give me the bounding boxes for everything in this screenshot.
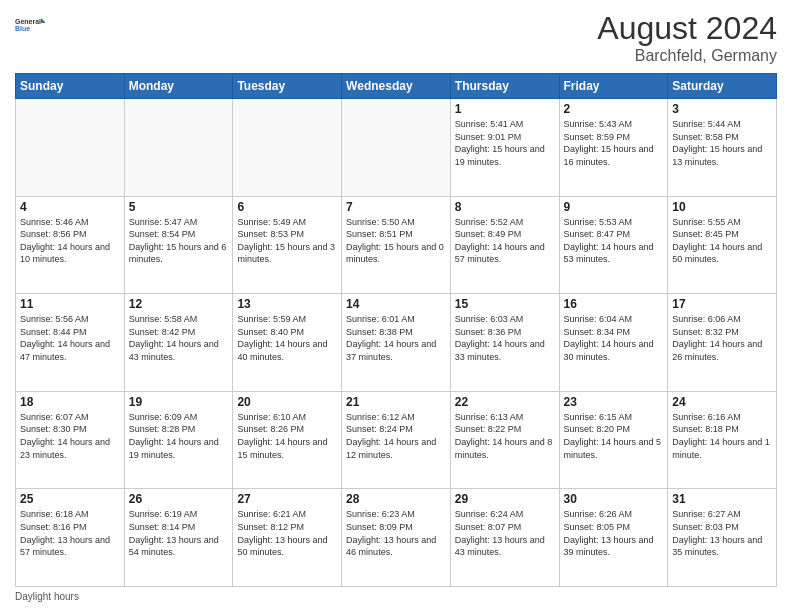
day-info: Sunrise: 6:03 AMSunset: 8:36 PMDaylight:… (455, 314, 545, 362)
calendar-cell-10: 10 Sunrise: 5:55 AMSunset: 8:45 PMDaylig… (668, 196, 777, 294)
calendar-cell-25: 25 Sunrise: 6:18 AMSunset: 8:16 PMDaylig… (16, 489, 125, 587)
calendar-cell-4: 4 Sunrise: 5:46 AMSunset: 8:56 PMDayligh… (16, 196, 125, 294)
day-info: Sunrise: 6:26 AMSunset: 8:05 PMDaylight:… (564, 509, 654, 557)
calendar-cell-8: 8 Sunrise: 5:52 AMSunset: 8:49 PMDayligh… (450, 196, 559, 294)
col-header-friday: Friday (559, 74, 668, 99)
day-number: 9 (564, 200, 664, 214)
day-info: Sunrise: 5:46 AMSunset: 8:56 PMDaylight:… (20, 217, 110, 265)
day-number: 12 (129, 297, 229, 311)
calendar-header-row: SundayMondayTuesdayWednesdayThursdayFrid… (16, 74, 777, 99)
day-number: 26 (129, 492, 229, 506)
week-row-4: 25 Sunrise: 6:18 AMSunset: 8:16 PMDaylig… (16, 489, 777, 587)
calendar-cell-9: 9 Sunrise: 5:53 AMSunset: 8:47 PMDayligh… (559, 196, 668, 294)
day-info: Sunrise: 5:59 AMSunset: 8:40 PMDaylight:… (237, 314, 327, 362)
day-info: Sunrise: 6:01 AMSunset: 8:38 PMDaylight:… (346, 314, 436, 362)
day-number: 8 (455, 200, 555, 214)
col-header-wednesday: Wednesday (342, 74, 451, 99)
day-number: 16 (564, 297, 664, 311)
svg-text:Blue: Blue (15, 25, 30, 32)
week-row-0: 1 Sunrise: 5:41 AMSunset: 9:01 PMDayligh… (16, 99, 777, 197)
day-info: Sunrise: 5:58 AMSunset: 8:42 PMDaylight:… (129, 314, 219, 362)
calendar-cell-29: 29 Sunrise: 6:24 AMSunset: 8:07 PMDaylig… (450, 489, 559, 587)
day-number: 25 (20, 492, 120, 506)
day-number: 14 (346, 297, 446, 311)
day-number: 10 (672, 200, 772, 214)
day-number: 20 (237, 395, 337, 409)
day-number: 1 (455, 102, 555, 116)
calendar-table: SundayMondayTuesdayWednesdayThursdayFrid… (15, 73, 777, 587)
logo: General Blue (15, 10, 45, 38)
day-info: Sunrise: 5:41 AMSunset: 9:01 PMDaylight:… (455, 119, 545, 167)
calendar-cell-empty (342, 99, 451, 197)
calendar-cell-2: 2 Sunrise: 5:43 AMSunset: 8:59 PMDayligh… (559, 99, 668, 197)
calendar-cell-12: 12 Sunrise: 5:58 AMSunset: 8:42 PMDaylig… (124, 294, 233, 392)
day-number: 18 (20, 395, 120, 409)
day-number: 11 (20, 297, 120, 311)
calendar-cell-30: 30 Sunrise: 6:26 AMSunset: 8:05 PMDaylig… (559, 489, 668, 587)
col-header-thursday: Thursday (450, 74, 559, 99)
calendar-cell-21: 21 Sunrise: 6:12 AMSunset: 8:24 PMDaylig… (342, 391, 451, 489)
day-info: Sunrise: 5:47 AMSunset: 8:54 PMDaylight:… (129, 217, 227, 265)
day-number: 21 (346, 395, 446, 409)
day-info: Sunrise: 5:50 AMSunset: 8:51 PMDaylight:… (346, 217, 444, 265)
day-number: 5 (129, 200, 229, 214)
day-info: Sunrise: 6:27 AMSunset: 8:03 PMDaylight:… (672, 509, 762, 557)
day-info: Sunrise: 6:13 AMSunset: 8:22 PMDaylight:… (455, 412, 553, 460)
day-info: Sunrise: 6:10 AMSunset: 8:26 PMDaylight:… (237, 412, 327, 460)
calendar-cell-15: 15 Sunrise: 6:03 AMSunset: 8:36 PMDaylig… (450, 294, 559, 392)
day-number: 31 (672, 492, 772, 506)
day-number: 27 (237, 492, 337, 506)
day-info: Sunrise: 5:44 AMSunset: 8:58 PMDaylight:… (672, 119, 762, 167)
month-year: August 2024 (597, 10, 777, 47)
calendar-cell-19: 19 Sunrise: 6:09 AMSunset: 8:28 PMDaylig… (124, 391, 233, 489)
calendar-cell-26: 26 Sunrise: 6:19 AMSunset: 8:14 PMDaylig… (124, 489, 233, 587)
day-info: Sunrise: 6:12 AMSunset: 8:24 PMDaylight:… (346, 412, 436, 460)
calendar-cell-5: 5 Sunrise: 5:47 AMSunset: 8:54 PMDayligh… (124, 196, 233, 294)
calendar-cell-23: 23 Sunrise: 6:15 AMSunset: 8:20 PMDaylig… (559, 391, 668, 489)
calendar-cell-22: 22 Sunrise: 6:13 AMSunset: 8:22 PMDaylig… (450, 391, 559, 489)
calendar-cell-24: 24 Sunrise: 6:16 AMSunset: 8:18 PMDaylig… (668, 391, 777, 489)
col-header-saturday: Saturday (668, 74, 777, 99)
calendar-cell-20: 20 Sunrise: 6:10 AMSunset: 8:26 PMDaylig… (233, 391, 342, 489)
calendar-cell-27: 27 Sunrise: 6:21 AMSunset: 8:12 PMDaylig… (233, 489, 342, 587)
day-info: Sunrise: 5:55 AMSunset: 8:45 PMDaylight:… (672, 217, 762, 265)
calendar-cell-empty (124, 99, 233, 197)
calendar-cell-17: 17 Sunrise: 6:06 AMSunset: 8:32 PMDaylig… (668, 294, 777, 392)
calendar-cell-empty (16, 99, 125, 197)
day-info: Sunrise: 6:19 AMSunset: 8:14 PMDaylight:… (129, 509, 219, 557)
calendar-cell-11: 11 Sunrise: 5:56 AMSunset: 8:44 PMDaylig… (16, 294, 125, 392)
calendar-cell-1: 1 Sunrise: 5:41 AMSunset: 9:01 PMDayligh… (450, 99, 559, 197)
day-info: Sunrise: 5:49 AMSunset: 8:53 PMDaylight:… (237, 217, 335, 265)
calendar-cell-7: 7 Sunrise: 5:50 AMSunset: 8:51 PMDayligh… (342, 196, 451, 294)
day-number: 2 (564, 102, 664, 116)
day-info: Sunrise: 5:53 AMSunset: 8:47 PMDaylight:… (564, 217, 654, 265)
day-number: 3 (672, 102, 772, 116)
day-number: 24 (672, 395, 772, 409)
day-info: Sunrise: 5:56 AMSunset: 8:44 PMDaylight:… (20, 314, 110, 362)
calendar-cell-13: 13 Sunrise: 5:59 AMSunset: 8:40 PMDaylig… (233, 294, 342, 392)
col-header-sunday: Sunday (16, 74, 125, 99)
day-number: 17 (672, 297, 772, 311)
day-number: 28 (346, 492, 446, 506)
title-block: August 2024 Barchfeld, Germany (597, 10, 777, 65)
calendar-cell-empty (233, 99, 342, 197)
day-number: 7 (346, 200, 446, 214)
day-info: Sunrise: 6:07 AMSunset: 8:30 PMDaylight:… (20, 412, 110, 460)
week-row-3: 18 Sunrise: 6:07 AMSunset: 8:30 PMDaylig… (16, 391, 777, 489)
location: Barchfeld, Germany (597, 47, 777, 65)
col-header-monday: Monday (124, 74, 233, 99)
logo-svg: General Blue (15, 10, 45, 38)
calendar-cell-31: 31 Sunrise: 6:27 AMSunset: 8:03 PMDaylig… (668, 489, 777, 587)
day-info: Sunrise: 6:06 AMSunset: 8:32 PMDaylight:… (672, 314, 762, 362)
day-number: 22 (455, 395, 555, 409)
calendar-cell-3: 3 Sunrise: 5:44 AMSunset: 8:58 PMDayligh… (668, 99, 777, 197)
day-info: Sunrise: 6:18 AMSunset: 8:16 PMDaylight:… (20, 509, 110, 557)
day-info: Sunrise: 6:24 AMSunset: 8:07 PMDaylight:… (455, 509, 545, 557)
day-number: 23 (564, 395, 664, 409)
day-number: 30 (564, 492, 664, 506)
day-number: 6 (237, 200, 337, 214)
calendar-cell-6: 6 Sunrise: 5:49 AMSunset: 8:53 PMDayligh… (233, 196, 342, 294)
svg-marker-2 (41, 18, 45, 23)
calendar-cell-14: 14 Sunrise: 6:01 AMSunset: 8:38 PMDaylig… (342, 294, 451, 392)
day-info: Sunrise: 6:09 AMSunset: 8:28 PMDaylight:… (129, 412, 219, 460)
